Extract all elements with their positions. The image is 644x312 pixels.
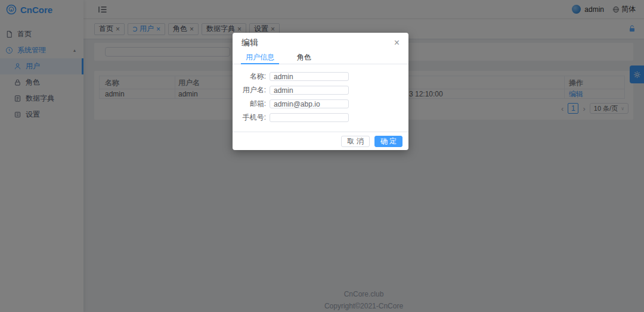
- dialog-header: 编辑 ×: [233, 33, 408, 53]
- tab-role[interactable]: 角色: [292, 53, 316, 64]
- tab-user-info[interactable]: 用户信息: [241, 53, 279, 64]
- username-label: 用户名:: [233, 85, 270, 95]
- phone-label: 手机号:: [233, 113, 270, 123]
- dialog-footer: 取 消 确 定: [233, 132, 408, 150]
- name-label: 名称:: [233, 71, 270, 82]
- email-label: 邮箱:: [233, 99, 270, 109]
- close-icon[interactable]: ×: [394, 38, 400, 48]
- app-root: CnCore 首页 系统管理 ▴ 用户 角色 数据字典: [0, 0, 644, 312]
- user-form: 名称: 用户名: 邮箱: 手机号:: [233, 64, 408, 122]
- phone-field[interactable]: [270, 113, 349, 122]
- cancel-button[interactable]: 取 消: [341, 136, 369, 147]
- email-field[interactable]: [270, 99, 349, 108]
- dialog-title: 编辑: [242, 38, 258, 48]
- name-field[interactable]: [270, 72, 349, 81]
- username-field[interactable]: [270, 86, 349, 95]
- dialog-tabs: 用户信息 角色: [233, 53, 408, 64]
- edit-dialog: 编辑 × 用户信息 角色 名称: 用户名: 邮箱: 手机号:: [233, 33, 408, 150]
- confirm-button[interactable]: 确 定: [374, 136, 402, 147]
